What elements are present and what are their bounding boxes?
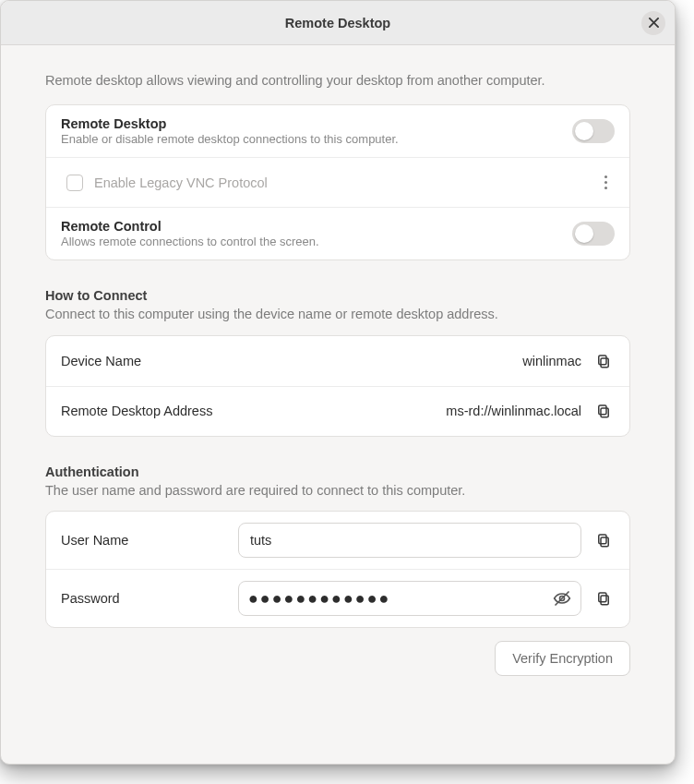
address-row: Remote Desktop Address ms-rd://winlinmac… [46, 386, 629, 436]
password-label: Password [61, 591, 227, 606]
close-button[interactable] [641, 11, 665, 35]
address-value: ms-rd://winlinmac.local [446, 404, 581, 418]
vnc-more-menu[interactable] [596, 175, 615, 189]
password-input[interactable]: ●●●●●●●●●●●● [248, 590, 545, 607]
svg-rect-11 [599, 593, 606, 602]
remote-desktop-toggle[interactable] [572, 119, 615, 143]
address-label: Remote Desktop Address [61, 404, 435, 418]
username-field-wrapper [238, 523, 581, 558]
svg-rect-2 [601, 358, 608, 368]
copy-icon [595, 353, 612, 369]
remote-control-labels: Remote Control Allows remote connections… [61, 219, 561, 248]
close-icon [649, 18, 659, 28]
remote-desktop-row: Remote Desktop Enable or disable remote … [46, 105, 629, 157]
username-row: User Name [46, 512, 629, 569]
eye-off-icon [553, 589, 571, 608]
svg-rect-3 [599, 356, 606, 365]
svg-rect-4 [601, 408, 608, 417]
remote-control-row: Remote Control Allows remote connections… [46, 207, 629, 259]
sharing-panel: Remote Desktop Enable or disable remote … [45, 104, 630, 260]
remote-control-subtitle: Allows remote connections to control the… [61, 235, 561, 248]
auth-section-subtitle: The user name and password are required … [45, 481, 630, 500]
copy-password-button[interactable] [592, 587, 615, 609]
copy-icon [595, 532, 612, 549]
verify-row: Verify Encryption [45, 641, 630, 676]
copy-username-button[interactable] [592, 529, 615, 551]
svg-rect-10 [601, 596, 608, 605]
device-name-row: Device Name winlinmac [46, 336, 629, 386]
connect-section-subtitle: Connect to this computer using the devic… [45, 305, 630, 323]
password-row: Password ●●●●●●●●●●●● [46, 569, 629, 627]
titlebar: Remote Desktop [1, 1, 675, 45]
copy-icon [595, 403, 612, 419]
remote-control-toggle[interactable] [572, 222, 615, 246]
remote-desktop-window: Remote Desktop Remote desktop allows vie… [0, 0, 676, 765]
remote-desktop-subtitle: Enable or disable remote desktop connect… [61, 132, 561, 146]
window-title: Remote Desktop [285, 16, 390, 30]
svg-rect-5 [599, 405, 606, 415]
device-name-value: winlinmac [522, 354, 581, 368]
toggle-password-visibility-button[interactable] [553, 589, 571, 608]
intro-text: Remote desktop allows viewing and contro… [45, 71, 630, 90]
username-label: User Name [61, 533, 227, 548]
vnc-label: Enable Legacy VNC Protocol [94, 175, 268, 190]
device-name-label: Device Name [61, 354, 511, 368]
remote-desktop-labels: Remote Desktop Enable or disable remote … [61, 116, 561, 146]
copy-address-button[interactable] [592, 400, 615, 422]
content-area: Remote desktop allows viewing and contro… [1, 45, 675, 764]
password-field-wrapper: ●●●●●●●●●●●● [238, 581, 581, 616]
svg-rect-6 [601, 537, 608, 547]
auth-section-title: Authentication [45, 464, 630, 479]
svg-rect-7 [599, 535, 606, 544]
vnc-checkbox[interactable] [66, 175, 83, 191]
connect-panel: Device Name winlinmac Remote Desktop Add… [45, 335, 630, 437]
remote-desktop-title: Remote Desktop [61, 116, 561, 131]
verify-encryption-button[interactable]: Verify Encryption [495, 641, 630, 676]
copy-device-name-button[interactable] [592, 350, 615, 372]
vnc-row: Enable Legacy VNC Protocol [46, 157, 629, 207]
username-input[interactable] [248, 532, 571, 549]
connect-section-title: How to Connect [45, 288, 630, 303]
auth-panel: User Name Password ●●●●●●●●●●●● [45, 511, 630, 628]
copy-icon [595, 590, 612, 607]
remote-control-title: Remote Control [61, 219, 561, 234]
